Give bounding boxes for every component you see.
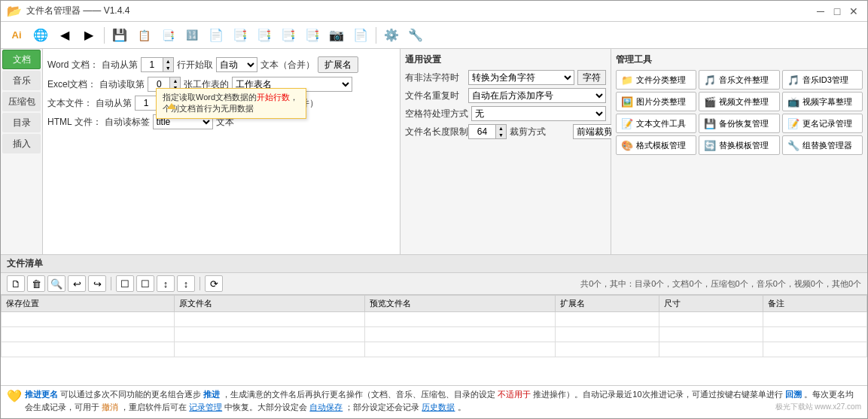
file-table-container[interactable]: 保存位置 原文件名 预览文件名 扩展名 尺寸 备注 [1, 295, 867, 385]
fl-add-btn[interactable]: 🗋 [7, 275, 25, 292]
length-down[interactable]: ▼ [495, 132, 506, 138]
management-tools-panel: 管理工具 📁 文件分类整理 🎵 音乐文件整理 🎵 音乐ID3管理 🖼️ 图片分类… [611, 49, 867, 254]
toolbar-multi3-btn[interactable]: 📑 [277, 25, 300, 46]
fl-sep-1 [111, 277, 111, 290]
word-auto-select[interactable]: 自动 [216, 57, 257, 72]
toolbar-doc-btn[interactable]: 📄 [205, 25, 227, 46]
fl-refresh-btn[interactable]: ⟳ [205, 275, 223, 292]
toolbar-copy-btn[interactable]: 📋 [132, 25, 155, 46]
illegal-char-btn[interactable]: 字符 [577, 70, 606, 85]
tool-music-id3[interactable]: 🎵 音乐ID3管理 [782, 70, 863, 90]
toolbar-multi4-btn[interactable]: 📑 [301, 25, 324, 46]
fl-search-btn[interactable]: 🔍 [47, 275, 65, 292]
crop-label: 裁剪方式 [510, 126, 570, 138]
tool-format-template[interactable]: 🎨 格式模板管理 [616, 135, 696, 155]
nav-tab-insert[interactable]: 插入 [2, 134, 41, 153]
close-button[interactable]: ✕ [846, 4, 861, 19]
tool-backup-restore[interactable]: 💾 备份恢复管理 [699, 114, 779, 133]
toolbar-forward-btn[interactable]: ▶ [78, 25, 100, 46]
maximize-button[interactable]: □ [830, 4, 845, 19]
status-watermark: 极光下载站 www.x27.com [775, 401, 861, 412]
fl-uncheck-btn[interactable]: ☐ [136, 275, 154, 292]
toolbar-back-btn[interactable]: ◀ [53, 25, 76, 46]
status-record-manage[interactable]: 记录管理 [189, 402, 222, 411]
text-start-input[interactable] [136, 96, 157, 110]
folder-icon: 📁 [621, 74, 633, 86]
illegal-char-row: 有非法字符时 转换为全角字符 跳过 替换 字符 [405, 70, 606, 85]
excel-page-up[interactable]: ▲ [169, 77, 180, 84]
name-repeat-select[interactable]: 自动在后方添加序号 覆盖 跳过 [468, 88, 606, 103]
main-area: 文档 音乐 压缩包 目录 插入 指定读取Word文档数据的开始行数，个别文档首行… [1, 49, 867, 254]
file-table: 保存位置 原文件名 预览文件名 扩展名 尺寸 备注 [1, 295, 867, 357]
toolbar-num-btn[interactable]: 🔢 [181, 25, 203, 46]
file-list-section: 文件清单 🗋 🗑 🔍 ↩ ↪ ☐ ☐ ↕ ↕ ⟳ 共0个，其中：目录0个，文档0… [1, 254, 867, 385]
word-page-up[interactable]: ▲ [163, 58, 173, 65]
toolbar-multi2-btn[interactable]: 📑 [253, 25, 276, 46]
tool-subtitle-organize[interactable]: 📺 视频字幕整理 [782, 92, 863, 111]
fl-check-btn[interactable]: ☐ [116, 275, 134, 292]
tool-replace-template[interactable]: 🔄 替换模板管理 [699, 135, 779, 155]
toolbar-multi1-btn[interactable]: 📑 [229, 25, 251, 46]
toolbar-ai-btn[interactable]: Ai [5, 25, 28, 46]
replace-icon: 🔄 [704, 139, 716, 151]
multi2-icon: 📑 [257, 28, 272, 42]
nav-tab-directory[interactable]: 目录 [2, 113, 41, 132]
nav-tab-archive[interactable]: 压缩包 [2, 92, 41, 111]
word-page-down[interactable]: ▼ [163, 65, 173, 71]
col-preview-name: 预览文件名 [365, 296, 556, 312]
window-controls: ─ □ ✕ [813, 4, 861, 19]
col-note: 备注 [763, 296, 867, 312]
tool-backup-restore-label: 备份恢复管理 [719, 118, 769, 129]
word-page-spinner[interactable]: ▲ ▼ [141, 57, 174, 72]
length-spinner[interactable]: ▲ ▼ [468, 124, 507, 139]
length-input[interactable] [469, 125, 495, 138]
nav-tab-music[interactable]: 音乐 [2, 71, 41, 90]
length-up[interactable]: ▲ [495, 125, 506, 132]
excel-auto-label: 自动读取第 [99, 78, 145, 91]
fl-redo-btn[interactable]: ↪ [88, 275, 106, 292]
title-bar-left: 📂 文件名管理器 —— V1.4.4 [7, 4, 129, 18]
toolbar-paste-btn[interactable]: 📑 [157, 25, 179, 46]
fl-delete-btn[interactable]: 🗑 [27, 275, 45, 292]
fl-sep-2 [199, 277, 200, 290]
toolbar-photo-btn[interactable]: 📷 [325, 25, 348, 46]
tool-text-tool[interactable]: 📝 文本文件工具 [616, 114, 696, 133]
toolbar-wrench-btn[interactable]: 🔧 [404, 25, 427, 46]
status-text-7: ；部分设定还会记录 [345, 402, 419, 411]
status-auto-save[interactable]: 自动保存 [309, 402, 343, 411]
minimize-button[interactable]: ─ [813, 4, 828, 19]
fl-sort-asc-btn[interactable]: ↕ [157, 275, 175, 292]
fl-sort-desc-btn[interactable]: ↕ [177, 275, 195, 292]
tool-file-classify[interactable]: 📁 文件分类整理 [616, 70, 696, 90]
text-label: 文本文件： [47, 97, 93, 110]
word-page-input[interactable] [142, 58, 163, 71]
photo-icon: 📷 [329, 28, 344, 42]
tool-group-replace[interactable]: 🔧 组替换管理器 [782, 135, 863, 155]
toolbar-gear-btn[interactable]: ⚙️ [380, 25, 403, 46]
status-text-1: 可以通过多次不同功能的更名组合逐步 [60, 390, 201, 399]
tool-music-organize[interactable]: 🎵 音乐文件整理 [699, 70, 779, 90]
word-expand-btn[interactable]: 扩展名 [318, 56, 358, 73]
toolbar-save-btn[interactable]: 💾 [108, 25, 131, 46]
multi3-icon: 📑 [281, 28, 296, 42]
tools-grid: 📁 文件分类整理 🎵 音乐文件整理 🎵 音乐ID3管理 🖼️ 图片分类整理 🎬 [616, 70, 863, 155]
col-original-name: 原文件名 [175, 296, 365, 312]
status-advance-rename: 推进更名 [25, 390, 58, 399]
tool-video-organize[interactable]: 🎬 视频文件整理 [699, 92, 779, 111]
gear-icon: ⚙️ [384, 28, 399, 42]
star-icon: 🌐 [33, 28, 48, 42]
nav-tab-documents[interactable]: 文档 [2, 50, 41, 69]
tool-subtitle-organize-label: 视频字幕整理 [803, 96, 852, 108]
space-select[interactable]: 无 删除 替换 [471, 106, 606, 121]
illegal-char-select[interactable]: 转换为全角字符 跳过 替换 [468, 70, 574, 85]
fl-undo-btn[interactable]: ↩ [68, 275, 86, 292]
toolbar-txt-btn[interactable]: 📄 [349, 25, 372, 46]
multi4-icon: 📑 [305, 28, 320, 42]
toolbar-sep-2 [376, 27, 376, 44]
tool-rename-records[interactable]: 📝 更名记录管理 [782, 114, 863, 133]
status-history[interactable]: 历史数据 [422, 402, 455, 411]
space-label: 空格符处理方式 [405, 108, 468, 120]
toolbar-star-btn[interactable]: 🌐 [29, 25, 52, 46]
tool-image-classify[interactable]: 🖼️ 图片分类整理 [616, 92, 696, 111]
word-config-row: Word 文档： 自动从第 ▲ ▼ 行开始取 自动 文本（合并） 扩展名 [47, 56, 395, 73]
